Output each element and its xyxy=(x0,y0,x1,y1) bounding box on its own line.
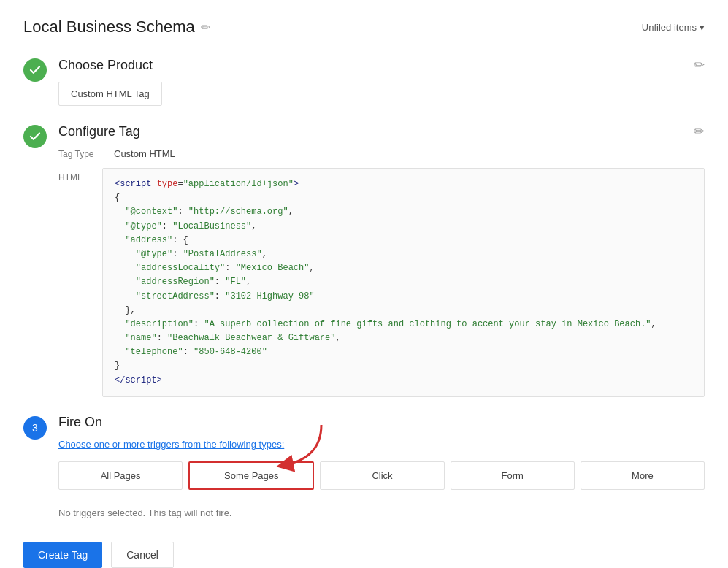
page-container: Local Business Schema ✏ Unfiled items ▾ … xyxy=(0,0,728,568)
step3-content: Fire On Choose one or more triggers from… xyxy=(58,415,705,518)
top-bar: Local Business Schema ✏ Unfiled items ▾ xyxy=(23,18,705,37)
cancel-button[interactable]: Cancel xyxy=(111,542,174,568)
trigger-click[interactable]: Click xyxy=(320,461,444,490)
unfiled-arrow-icon: ▾ xyxy=(700,22,705,33)
trigger-area: All Pages Some Pages Click Form More xyxy=(58,461,705,490)
tag-type-value: Custom HTML xyxy=(114,148,175,159)
step2-check-icon xyxy=(23,125,47,148)
title-edit-icon[interactable]: ✏ xyxy=(201,20,210,34)
step3-header: Fire On xyxy=(58,415,705,430)
no-triggers-text: No triggers selected. This tag will not … xyxy=(58,507,231,518)
step3-row: 3 Fire On Choose one or more triggers fr… xyxy=(23,415,705,518)
html-row: HTML <script type="application/ld+json">… xyxy=(58,168,705,397)
code-block: <script type="application/ld+json"> { "@… xyxy=(102,168,705,397)
step1-title: Choose Product xyxy=(58,58,153,73)
tag-type-row: Tag Type Custom HTML xyxy=(58,148,705,159)
step2-edit-icon[interactable]: ✏ xyxy=(694,123,705,139)
no-triggers-message: No triggers selected. This tag will not … xyxy=(58,507,705,518)
step2-content: Configure Tag ✏ Tag Type Custom HTML HTM… xyxy=(58,123,705,397)
step1-row: Choose Product ✏ Custom HTML Tag xyxy=(23,57,705,106)
step1-check-icon xyxy=(23,58,47,82)
form-label: Form xyxy=(502,470,524,481)
title-text: Local Business Schema xyxy=(23,18,195,37)
step2-title: Configure Tag xyxy=(58,124,140,139)
step1-edit-icon[interactable]: ✏ xyxy=(694,57,705,73)
step3-title: Fire On xyxy=(58,415,102,430)
step2-header: Configure Tag ✏ xyxy=(58,123,705,139)
trigger-buttons-group: All Pages Some Pages Click Form More xyxy=(58,461,705,490)
trigger-form[interactable]: Form xyxy=(451,461,575,490)
trigger-some-pages[interactable]: Some Pages xyxy=(188,461,314,490)
more-label: More xyxy=(632,470,654,481)
all-pages-label: All Pages xyxy=(101,470,141,481)
tag-type-label: Tag Type xyxy=(58,149,102,159)
unfiled-label: Unfiled items xyxy=(642,22,697,33)
unfiled-items-button[interactable]: Unfiled items ▾ xyxy=(642,22,705,33)
step3-number: 3 xyxy=(32,422,38,434)
step3-number-icon: 3 xyxy=(23,416,47,440)
some-pages-label: Some Pages xyxy=(224,470,278,481)
click-label: Click xyxy=(372,470,392,481)
html-label: HTML xyxy=(58,168,91,183)
fire-on-desc-text: Choose one or more triggers from the fol… xyxy=(58,439,284,450)
create-tag-button[interactable]: Create Tag xyxy=(23,542,102,568)
step2-row: Configure Tag ✏ Tag Type Custom HTML HTM… xyxy=(23,123,705,397)
step1-header: Choose Product ✏ xyxy=(58,57,705,73)
fire-on-description: Choose one or more triggers from the fol… xyxy=(58,439,705,450)
trigger-more[interactable]: More xyxy=(581,461,705,490)
bottom-bar: Create Tag Cancel xyxy=(23,542,705,568)
product-chip: Custom HTML Tag xyxy=(58,82,162,106)
trigger-all-pages[interactable]: All Pages xyxy=(58,461,183,490)
page-title: Local Business Schema ✏ xyxy=(23,18,210,37)
step1-content: Choose Product ✏ Custom HTML Tag xyxy=(58,57,705,106)
